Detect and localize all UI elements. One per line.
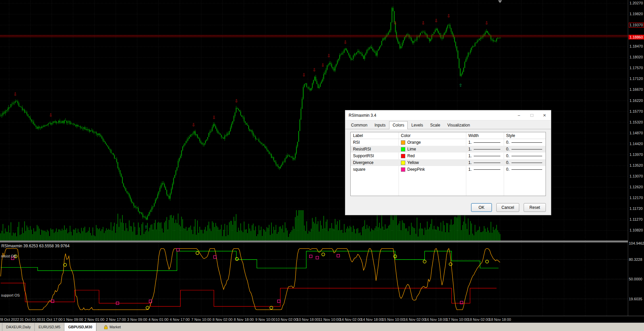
color-table-row-resistrsi[interactable]: ResistRSILime1.0. xyxy=(351,146,546,153)
row-style-cell[interactable]: 0. xyxy=(504,139,546,146)
market-label: Market xyxy=(110,325,121,329)
style-value: 0. xyxy=(506,167,509,172)
time-axis-label: 4 Nov 01:00 xyxy=(148,318,168,322)
svg-text:⇩: ⇩ xyxy=(13,92,17,97)
reset-button[interactable]: Reset xyxy=(524,203,546,212)
width-line-sample xyxy=(474,149,500,149)
dialog-titlebar[interactable]: RSImaxmin 3.4 – ✕ xyxy=(345,110,551,120)
color-table-row-rsi[interactable]: RSIOrange1.0. xyxy=(351,139,546,146)
market-panel-toggle[interactable]: Market xyxy=(104,323,121,331)
svg-text:⇩: ⇩ xyxy=(485,21,489,26)
chart-tab-eurusd-m5[interactable]: EURUSD,M5 xyxy=(35,323,64,331)
resist-ob-label: resist OB xyxy=(1,254,16,258)
tab-inputs[interactable]: Inputs xyxy=(371,121,389,129)
minimize-icon[interactable]: – xyxy=(513,110,525,120)
color-swatch[interactable] xyxy=(401,140,405,145)
tab-levels[interactable]: Levels xyxy=(408,121,427,129)
color-name: Red xyxy=(407,154,415,158)
width-value: 1. xyxy=(468,147,472,151)
time-axis-label: 16 Nov 18:00 xyxy=(425,318,447,322)
row-color-cell[interactable]: DeepPink xyxy=(399,166,466,173)
price-scale-label-alert: 1.19370 xyxy=(629,23,644,28)
svg-text:⇩: ⇩ xyxy=(212,115,216,120)
chart-tab-daxeur-daily[interactable]: DAXEUR,Daily xyxy=(2,323,35,331)
color-table-row-divergence[interactable]: DivergenceYellow1.0. xyxy=(351,159,546,166)
market-lock-icon xyxy=(104,325,108,329)
ok-button[interactable]: OK xyxy=(471,203,492,212)
dialog-tab-strip: CommonInputsColorsLevelsScaleVisualizati… xyxy=(345,120,551,129)
width-line-sample xyxy=(474,169,500,170)
chart-tabs: DAXEUR,DailyEURUSD,M5GBPUSD,M30 xyxy=(0,323,96,331)
row-width-cell[interactable]: 1. xyxy=(466,139,504,146)
support-os-label: support OS xyxy=(1,293,20,297)
row-style-cell[interactable]: 0. xyxy=(504,146,546,153)
price-scale-label: 1.14420 xyxy=(630,142,643,146)
tab-visualization[interactable]: Visualization xyxy=(444,121,473,129)
time-axis-label: 15 Nov 10:00 xyxy=(382,318,404,322)
row-width-cell[interactable]: 1. xyxy=(466,153,504,159)
column-header-label[interactable]: Label xyxy=(351,132,399,139)
color-table-row-supportrsi[interactable]: SupportRSIRed1.0. xyxy=(351,153,546,159)
style-line-sample xyxy=(511,149,542,149)
price-scale[interactable]: 1.18860 1.202701.198201.193701.184701.18… xyxy=(628,0,644,316)
color-name: Orange xyxy=(407,140,421,145)
time-axis-label: 7 Nov 10:00 xyxy=(191,318,211,322)
row-color-cell[interactable]: Red xyxy=(399,153,466,159)
time-axis-label: 10 Nov 18:00 xyxy=(297,318,319,322)
indicator-canvas[interactable] xyxy=(0,243,628,316)
column-header-style[interactable]: Style xyxy=(504,132,546,139)
color-swatch[interactable] xyxy=(401,167,405,172)
time-axis-label: 14 Nov 02:00 xyxy=(340,318,361,322)
width-line-sample xyxy=(474,156,500,156)
cancel-button[interactable]: Cancel xyxy=(496,203,519,212)
time-axis-label: 11 Nov 10:00 xyxy=(319,318,341,322)
row-label: ResistRSI xyxy=(351,146,399,153)
dialog-window-buttons: – ✕ xyxy=(513,110,551,120)
indicator-scale-label: 104.9462 xyxy=(629,241,644,246)
style-line-sample xyxy=(511,156,542,156)
tab-common[interactable]: Common xyxy=(348,121,371,129)
row-width-cell[interactable]: 1. xyxy=(466,166,504,173)
time-axis[interactable]: 28 Oct 202231 Oct 01:0031 Oct 17:001 Nov… xyxy=(0,316,644,323)
table-header-row: LabelColorWidthStyle xyxy=(351,132,546,139)
time-axis-label: 1 Nov 09:00 xyxy=(63,318,83,322)
close-icon[interactable]: ✕ xyxy=(538,110,551,120)
svg-text:⇩: ⇩ xyxy=(321,63,325,68)
width-value: 1. xyxy=(468,140,472,145)
price-scale-label: 1.19820 xyxy=(630,12,643,16)
color-swatch[interactable] xyxy=(401,161,405,165)
column-header-color[interactable]: Color xyxy=(399,132,466,139)
row-width-cell[interactable]: 1. xyxy=(466,146,504,153)
style-value: 0. xyxy=(506,154,509,158)
price-scale-label: 1.14870 xyxy=(630,131,643,135)
color-swatch[interactable] xyxy=(401,154,405,158)
row-color-cell[interactable]: Lime xyxy=(399,146,466,153)
width-value: 1. xyxy=(468,154,472,158)
row-style-cell[interactable]: 0. xyxy=(504,166,546,173)
color-swatch[interactable] xyxy=(401,147,405,151)
row-color-cell[interactable]: Orange xyxy=(399,139,466,146)
style-line-sample xyxy=(511,142,542,143)
tab-scale[interactable]: Scale xyxy=(427,121,444,129)
color-table-row-square[interactable]: squareDeepPink1.0. xyxy=(351,166,546,173)
tab-colors[interactable]: Colors xyxy=(389,121,408,129)
price-scale-label: 1.13970 xyxy=(630,153,643,157)
style-value: 0. xyxy=(506,160,509,165)
price-scale-label: 1.11270 xyxy=(630,217,643,222)
price-scale-label: 1.16670 xyxy=(630,87,643,92)
chart-tab-gbpusd-m30[interactable]: GBPUSD,M30 xyxy=(64,323,96,331)
row-color-cell[interactable]: Yellow xyxy=(399,159,466,166)
svg-text:⇩: ⇩ xyxy=(421,21,425,26)
price-scale-label: 1.15320 xyxy=(630,120,643,125)
indicator-pane[interactable]: RSImaxmin 39.6253 63.5558 39.9764 resist… xyxy=(0,243,628,316)
row-width-cell[interactable]: 1. xyxy=(466,159,504,166)
row-style-cell[interactable]: 0. xyxy=(504,153,546,159)
maximize-icon[interactable] xyxy=(525,110,538,120)
style-value: 0. xyxy=(506,140,509,145)
color-name: Lime xyxy=(407,147,416,151)
row-style-cell[interactable]: 0. xyxy=(504,159,546,166)
svg-text:⇧: ⇧ xyxy=(459,83,463,88)
indicator-scale-label: 80.3228 xyxy=(629,257,642,262)
price-scale-label: 1.10820 xyxy=(630,228,643,232)
column-header-width[interactable]: Width xyxy=(466,132,504,139)
